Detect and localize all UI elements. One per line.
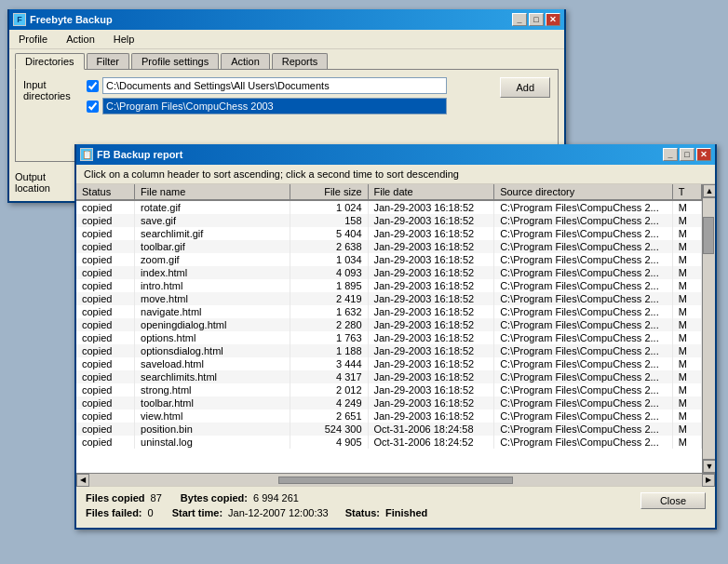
cell-filedate: Jan-29-2003 16:18:52 [368,357,494,370]
cell-type: M [672,331,701,344]
cell-type: M [672,214,701,227]
menu-help[interactable]: Help [108,32,141,47]
col-header-filename[interactable]: File name [135,184,290,200]
report-footer: Files copied 87 Bytes copied: 6 994 261 … [76,486,715,528]
add-directory-button[interactable]: Add [500,77,550,98]
scroll-right-button[interactable]: ▶ [702,474,715,487]
scroll-thumb[interactable] [278,477,513,484]
cell-status: copied [76,410,135,423]
cell-filedate: Jan-29-2003 16:18:52 [368,240,494,253]
table-row: copied options.html 1 763 Jan-29-2003 16… [76,331,702,344]
tab-action[interactable]: Action [221,53,270,69]
menu-bar: Profile Action Help [9,30,564,49]
table-row: copied openingdialog.html 2 280 Jan-29-2… [76,318,702,331]
col-header-filesize[interactable]: File size [290,184,368,200]
cell-type: M [672,423,701,436]
status-label: Status: [345,507,380,518]
menu-action[interactable]: Action [61,32,101,47]
report-app-icon: 📋 [80,148,93,161]
cell-filesize: 4 905 [290,436,368,449]
tab-reports[interactable]: Reports [272,53,329,69]
cell-type: M [672,318,701,331]
report-table: Status File name File size File date Sou… [76,184,702,449]
cell-status: copied [76,344,135,357]
dir-input-1[interactable] [102,77,447,94]
cell-filedate: Jan-29-2003 16:18:52 [368,410,494,423]
report-window-title: FB Backup report [97,149,182,160]
scroll-down-button[interactable]: ▼ [703,460,715,473]
directory-row-2 [87,98,487,114]
table-row: copied optionsdialog.html 1 188 Jan-29-2… [76,344,702,357]
cell-source: C:\Program Files\CompuChess 2... [494,227,673,240]
cell-filesize: 2 638 [290,240,368,253]
files-copied-label: Files copied [86,492,145,504]
cell-type: M [672,383,701,396]
report-close-button[interactable]: ✕ [696,148,711,161]
table-row: copied toolbar.gif 2 638 Jan-29-2003 16:… [76,240,702,253]
dir-input-2[interactable] [102,98,447,114]
tab-profile-settings[interactable]: Profile settings [131,53,219,69]
table-row: copied searchlimits.html 4 317 Jan-29-20… [76,370,702,383]
cell-filedate: Jan-29-2003 16:18:52 [368,383,494,396]
report-minimize-button[interactable]: _ [663,148,678,161]
close-button[interactable]: ✕ [546,13,560,26]
cell-filesize: 2 012 [290,383,368,396]
cell-filedate: Jan-29-2003 16:18:52 [368,279,494,292]
cell-status: copied [76,305,135,318]
cell-filesize: 5 404 [290,227,368,240]
maximize-button[interactable]: □ [529,13,544,26]
scroll-left-button[interactable]: ◀ [76,474,89,487]
cell-type: M [672,370,701,383]
report-maximize-button[interactable]: □ [680,148,694,161]
table-row: copied position.bin 524 300 Oct-31-2006 … [76,423,702,436]
scroll-up-button[interactable]: ▲ [703,184,715,197]
horizontal-scrollbar[interactable]: ◀ ▶ [76,473,715,486]
menu-profile[interactable]: Profile [13,32,53,47]
cell-status: copied [76,214,135,227]
cell-filesize: 2 419 [290,292,368,305]
cell-filesize: 1 895 [290,279,368,292]
cell-filename: options.html [135,331,290,344]
cell-filedate: Oct-31-2006 18:24:58 [368,423,494,436]
cell-status: copied [76,227,135,240]
cell-filedate: Jan-29-2003 16:18:52 [368,305,494,318]
dir-checkbox-2[interactable] [87,101,99,113]
cell-status: copied [76,383,135,396]
cell-filesize: 1 632 [290,305,368,318]
tab-directories[interactable]: Directories [15,53,85,70]
col-header-filedate[interactable]: File date [368,184,494,200]
footer-close-button[interactable]: Close [640,492,706,509]
cell-source: C:\Program Files\CompuChess 2... [494,318,673,331]
input-directories-label: Inputdirectories [23,77,81,101]
cell-source: C:\Program Files\CompuChess 2... [494,240,673,253]
cell-filename: zoom.gif [135,253,290,266]
minimize-button[interactable]: _ [512,13,527,26]
cell-filesize: 2 651 [290,410,368,423]
table-row: copied view.html 2 651 Jan-29-2003 16:18… [76,410,702,423]
cell-status: copied [76,370,135,383]
cell-filesize: 1 024 [290,200,368,214]
table-row: copied save.gif 158 Jan-29-2003 16:18:52… [76,214,702,227]
footer-row-2: Files failed: 0 Start time: Jan-12-2007 … [86,507,427,518]
col-header-status[interactable]: Status [76,184,135,200]
cell-filedate: Jan-29-2003 16:18:52 [368,253,494,266]
dir-checkbox-1[interactable] [87,80,99,92]
files-failed-label: Files failed: [86,507,142,518]
bytes-copied-value: 6 994 261 [253,492,299,504]
cell-filedate: Jan-29-2003 16:18:52 [368,266,494,279]
tab-filter[interactable]: Filter [87,53,129,69]
col-header-source[interactable]: Source directory [494,184,673,200]
cell-status: copied [76,240,135,253]
cell-type: M [672,396,701,410]
report-window: 📋 FB Backup report _ □ ✕ Click on a colu… [74,144,717,530]
cell-filesize: 3 444 [290,357,368,370]
cell-filesize: 1 763 [290,331,368,344]
cell-source: C:\Program Files\CompuChess 2... [494,410,673,423]
cell-source: C:\Program Files\CompuChess 2... [494,331,673,344]
files-copied-value: 87 [151,492,162,504]
cell-status: copied [76,423,135,436]
col-header-type[interactable]: T [672,184,701,200]
cell-type: M [672,227,701,240]
cell-status: copied [76,436,135,449]
cell-source: C:\Program Files\CompuChess 2... [494,423,673,436]
